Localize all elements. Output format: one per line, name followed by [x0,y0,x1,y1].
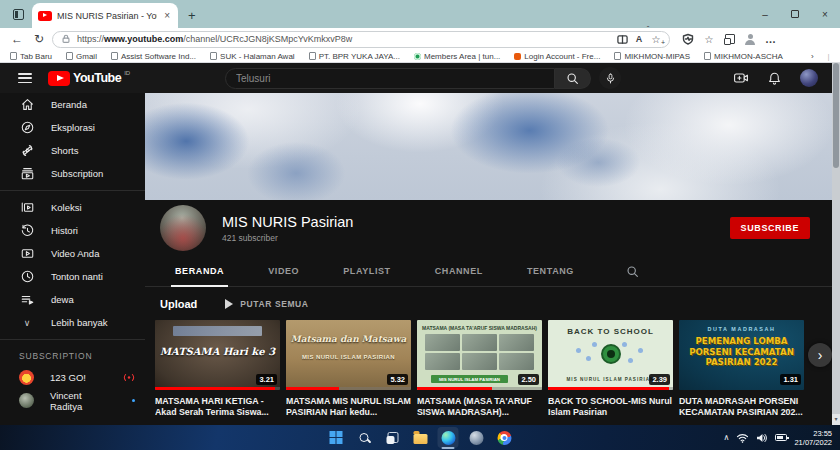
taskbar-center-icons [326,425,515,450]
search-input[interactable] [236,73,544,84]
browser-tab[interactable]: MIS NURIS Pasirian - YouTube × [32,3,178,28]
sidebar-item-beranda[interactable]: Beranda [0,93,145,116]
taskbar-search-button[interactable] [354,427,375,448]
profile-icon[interactable] [744,33,756,45]
split-screen-icon[interactable] [616,33,628,45]
sidebar-subscription-vincent[interactable]: Vincent Raditya [0,389,145,412]
edge-browser-button[interactable] [438,427,459,448]
bookmark-item[interactable]: Gmail [66,52,97,61]
sidebar-item-playlist-dewa[interactable]: dewa [0,288,145,311]
refresh-button[interactable]: ↻ [30,32,48,46]
carousel-next-button[interactable]: › [808,343,832,367]
bookmark-item[interactable]: Assist Software Ind... [111,52,196,61]
chrome-browser-button[interactable] [494,427,515,448]
video-card[interactable]: BACK TO SCHOOL MIS NURUL ISLAM PASIRIAN … [548,320,673,418]
video-thumbnail[interactable]: DUTA MADRASAH PEMENANG LOMBA PORSENI KEC… [679,320,804,390]
channel-avatar[interactable] [160,205,206,251]
sidebar-item-eksplorasi[interactable]: Eksplorasi [0,116,145,139]
bookmark-item[interactable]: PT. BPR YUKA JAYA... [309,52,400,61]
bookmark-item[interactable]: MIKHMON-MIPAS [614,52,690,61]
volume-icon[interactable] [756,433,768,443]
channel-search-icon[interactable] [626,256,639,287]
video-title[interactable]: MATSAMA HARI KETIGA - Akad Serah Terima … [155,396,280,418]
favorites-bar-icon[interactable]: ☆ [703,33,715,45]
compass-icon [19,120,35,136]
duration-badge: 2.39 [649,374,670,385]
window-controls: – × [750,0,840,28]
video-card[interactable]: MATSAMA Hari ke 3 3.21 MATSAMA HARI KETI… [155,320,280,418]
read-aloud-icon[interactable]: A [633,33,645,45]
video-title[interactable]: MATSAMA MIS NURUL ISLAM PASIRIAN Hari ke… [286,396,411,418]
play-all-button[interactable]: PUTAR SEMUA [225,299,308,309]
page-scrollbar[interactable]: ▾ [832,63,840,425]
sidebar-item-histori[interactable]: Histori [0,219,145,242]
url-field[interactable]: https://www.youtube.com/channel/UCRcJGN8… [52,31,670,48]
bookmark-item[interactable]: Members Area | tun... [414,52,500,61]
bookmark-item[interactable]: Tab Baru [10,52,52,61]
start-button[interactable] [326,427,347,448]
youtube-country-badge: ID [124,70,130,76]
close-window-button[interactable]: × [810,0,840,28]
tray-overflow-chevron-icon[interactable]: ∧ [724,433,730,442]
sidebar-subscription-123go[interactable]: 123 GO! [0,366,145,389]
menu-hamburger-icon[interactable] [18,73,32,83]
sidebar-item-video-anda[interactable]: Video Anda [0,242,145,265]
page-icon [10,52,17,60]
tab-actions-menu-button[interactable] [8,4,28,24]
search-field[interactable] [225,68,555,89]
create-video-icon[interactable] [733,70,749,86]
battery-icon[interactable] [775,434,787,441]
tab-beranda[interactable]: BERANDA [175,256,224,287]
task-view-button[interactable] [382,427,403,448]
bookmark-label: MIKHMON-ASCHA [714,52,783,61]
bookmarks-overflow-icon[interactable]: › [811,52,814,61]
globe-app-button[interactable] [466,427,487,448]
sidebar-item-lebih-banyak[interactable]: ∨ Lebih banyak [0,311,145,334]
new-tab-button[interactable]: + [188,8,196,23]
notifications-bell-icon[interactable] [767,71,782,86]
scrollbar-thumb[interactable] [833,63,839,168]
video-card[interactable]: MATSAMA (MASA TA'ARUF SISWA MADRASAH) MI… [417,320,542,418]
tab-tentang[interactable]: TENTANG [527,256,574,287]
tab-close-icon[interactable]: × [162,10,172,21]
sidebar-item-koleksi[interactable]: Koleksi [0,196,145,219]
task-view-icon [386,432,398,444]
bookmark-item[interactable]: SUK - Halaman Awal [210,52,295,61]
taskbar-clock[interactable]: 23:55 21/07/2022 [794,429,832,447]
account-avatar[interactable] [800,69,818,87]
chrome-icon [497,431,511,445]
scrollbar-down-arrow[interactable]: ▾ [832,414,840,425]
voice-search-button[interactable] [599,67,621,89]
video-thumbnail[interactable]: MATSAMA Hari ke 3 3.21 [155,320,280,390]
minimize-button[interactable]: – [750,0,780,28]
back-button[interactable]: ← [8,32,26,46]
sidebar-item-subscription[interactable]: Subscription [0,162,145,185]
add-favorite-icon[interactable]: ☆+ [650,33,662,45]
collections-icon[interactable] [724,34,735,45]
sidebar-item-shorts[interactable]: Shorts [0,139,145,162]
sidebar-item-tonton-nanti[interactable]: Tonton nanti [0,265,145,288]
file-explorer-button[interactable] [410,427,431,448]
video-thumbnail[interactable]: Matsama dan Matsawa MIS NURUL ISLAM PASI… [286,320,411,390]
tab-playlist[interactable]: PLAYLIST [343,256,390,287]
tab-channel[interactable]: CHANNEL [435,256,483,287]
video-thumbnail[interactable]: MATSAMA (MASA TA'ARUF SISWA MADRASAH) MI… [417,320,542,390]
bookmark-item[interactable]: MIKHMON-ASCHA [704,52,783,61]
video-thumbnail[interactable]: BACK TO SCHOOL MIS NURUL ISLAM PASIRIAN … [548,320,673,390]
video-card[interactable]: DUTA MADRASAH PEMENANG LOMBA PORSENI KEC… [679,320,804,418]
bookmark-item[interactable]: Login Account - Fre... [514,52,600,61]
video-card[interactable]: Matsama dan Matsawa MIS NURUL ISLAM PASI… [286,320,411,418]
subscribe-button[interactable]: SUBSCRIBE [730,217,810,239]
channel-main: MIS NURIS Pasirian 421 subscriber SUBSCR… [145,93,832,425]
video-title[interactable]: MATSAMA (MASA TA'ARUF SISWA MADRASAH)... [417,396,542,418]
video-title[interactable]: BACK TO SCHOOL-MIS Nurul Islam Pasirian [548,396,673,418]
maximize-button[interactable] [780,0,810,28]
youtube-logo[interactable]: YouTube ID [48,71,130,86]
search-button[interactable] [555,68,591,89]
video-title[interactable]: DUTA MADRASAH PORSENI KECAMATAN PASIRIAN… [679,396,804,418]
tab-title: MIS NURIS Pasirian - YouTube [57,11,157,21]
browser-essentials-icon[interactable] [682,33,694,45]
wifi-icon[interactable] [736,433,749,443]
tab-video[interactable]: VIDEO [268,256,299,287]
settings-more-icon[interactable]: … [765,33,776,45]
